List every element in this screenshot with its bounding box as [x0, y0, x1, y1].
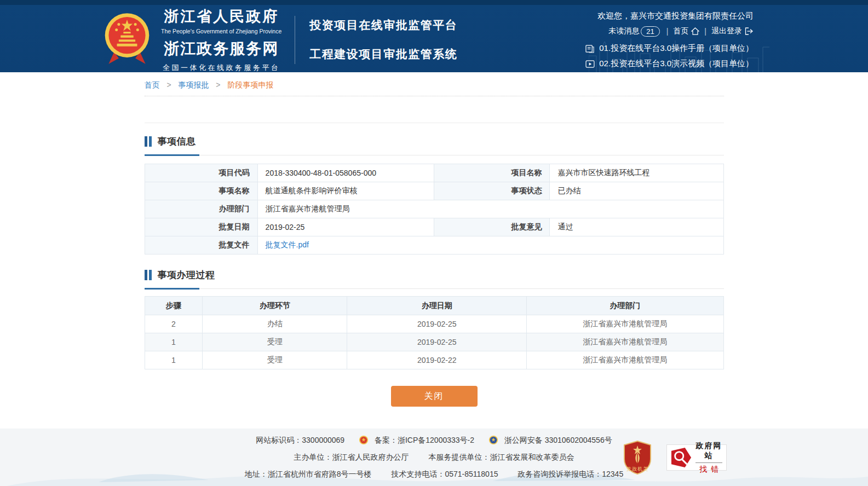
approval-file-label: 批复文件 [145, 236, 257, 254]
breadcrumb-item-approval[interactable]: 事项报批 [178, 80, 209, 89]
department-cell: 浙江省嘉兴市港航管理局 [527, 315, 723, 333]
error-magnifier-icon [671, 447, 692, 468]
main-content: 事项信息 项目代码 2018-330400-48-01-058065-000 项… [145, 123, 724, 407]
gov-subtitle-en: The People's Government of Zhejiang Prov… [161, 28, 281, 34]
section-title-info: 事项信息 [158, 135, 196, 148]
step-cell: 1 [145, 351, 203, 369]
manual-doc-icon [585, 44, 595, 53]
platform-title-line1: 投资项目在线审批监管平台 [309, 18, 457, 33]
footer-line-suggestion: 建议使用1366*768分辨率/Chrome浏览器/IE9.0或以上浏览器访问达… [0, 483, 868, 486]
breadcrumb-current: 阶段事项申报 [227, 80, 273, 89]
video-link-row[interactable]: 02.投资在线平台3.0演示视频（项目单位） [585, 59, 754, 69]
col-header-step: 步骤 [145, 297, 203, 315]
national-emblem-logo [104, 11, 150, 68]
col-header-date: 办理日期 [347, 297, 527, 315]
close-button[interactable]: 关闭 [391, 386, 478, 407]
gov-site-label: 政府网站 [695, 441, 722, 463]
footer-line-registration: 网站标识码：3300000069 备案：浙ICP备12000333号-2 浙公网… [0, 432, 868, 449]
section-bars-icon [145, 270, 152, 280]
step-cell: 1 [145, 333, 203, 351]
brand-block: 浙江省人民政府 The People's Government of Zheji… [104, 7, 457, 73]
footer-text-block: 网站标识码：3300000069 备案：浙ICP备12000333号-2 浙公网… [0, 429, 868, 486]
site-id-text: 网站标识码：3300000069 [256, 436, 344, 444]
process-header-row: 步骤 办理环节 办理日期 办理部门 [145, 297, 723, 315]
breadcrumb-separator: > [216, 80, 220, 89]
tech-phone-text: 技术支持电话：0571-85118015 [391, 470, 498, 478]
item-name-value: 航道通航条件影响评价审核 [257, 182, 434, 200]
project-code-value: 2018-330400-48-01-058065-000 [257, 164, 434, 182]
provider-text: 本服务提供单位：浙江省发展和改革委员会 [428, 453, 574, 461]
table-row: 办理部门 浙江省嘉兴市港航管理局 [145, 200, 723, 218]
home-link[interactable]: 首页 [673, 26, 688, 36]
gov-title: 浙江省人民政府 [161, 7, 281, 26]
video-link-label: 02.投资在线平台3.0演示视频（项目单位） [599, 59, 754, 69]
address-text: 地址：浙江省杭州市省府路8号一号楼 [245, 470, 372, 478]
manual-link-row[interactable]: 01.投资在线平台3.0操作手册（项目单位） [585, 43, 754, 54]
col-header-department: 办理部门 [527, 297, 723, 315]
process-table: 步骤 办理环节 办理日期 办理部门 2 办结 2019-02-25 浙江省嘉兴市… [145, 296, 724, 369]
approval-opinion-value: 通过 [550, 218, 723, 236]
table-row: 1 受理 2019-02-25 浙江省嘉兴市港航管理局 [145, 333, 723, 351]
footer-line-contact: 地址：浙江省杭州市省府路8号一号楼 技术支持电话：0571-85118015 政… [0, 466, 868, 483]
stage-cell: 受理 [203, 351, 347, 369]
table-row: 批复日期 2019-02-25 批复意见 通过 [145, 218, 723, 236]
site-error-report-badge[interactable]: 政府网站 找错 [666, 444, 727, 471]
department-label: 办理部门 [145, 200, 257, 218]
approval-file-link[interactable]: 批复文件.pdf [266, 240, 309, 249]
party-gov-shield-badge[interactable]: 党政机关 [623, 441, 652, 475]
item-status-value: 已办结 [550, 182, 723, 200]
stage-cell: 办结 [203, 315, 347, 333]
project-code-label: 项目代码 [145, 164, 257, 182]
col-header-stage: 办理环节 [203, 297, 347, 315]
party-badge-label: 党政机关 [626, 466, 648, 472]
department-value: 浙江省嘉兴市港航管理局 [257, 200, 723, 218]
section-head-info: 事项信息 [145, 135, 724, 155]
logout-icon[interactable] [745, 27, 754, 35]
stage-cell: 受理 [203, 333, 347, 351]
logout-link[interactable]: 退出登录 [711, 26, 742, 36]
unread-messages-link[interactable]: 未读消息 [608, 26, 639, 36]
gov-text-block: 浙江省人民政府 The People's Government of Zheji… [161, 7, 281, 73]
breadcrumb-separator: > [166, 80, 171, 89]
table-row: 项目代码 2018-330400-48-01-058065-000 项目名称 嘉… [145, 164, 723, 182]
breadcrumb: 首页 > 事项报批 > 阶段事项申报 [145, 72, 724, 96]
section-bars-icon [145, 136, 152, 147]
platform-title-line2: 工程建设项目审批监管系统 [309, 47, 457, 62]
project-name-value: 嘉兴市市区快速路环线工程 [550, 164, 723, 182]
link-separator: | [666, 27, 669, 36]
icp-text: 备案：浙ICP备12000333号-2 [375, 436, 474, 444]
item-info-table: 项目代码 2018-330400-48-01-058065-000 项目名称 嘉… [145, 164, 724, 254]
link-separator: | [704, 27, 706, 36]
video-play-icon [585, 60, 595, 68]
police-badge-icon [488, 435, 498, 445]
table-row: 批复文件 批复文件.pdf [145, 236, 723, 254]
table-row: 1 受理 2019-02-22 浙江省嘉兴市港航管理局 [145, 351, 723, 369]
organizer-text: 主办单位：浙江省人民政府办公厅 [294, 453, 409, 461]
section-title-process: 事项办理过程 [158, 269, 215, 281]
home-icon[interactable] [691, 27, 699, 35]
police-text: 浙公网安备 33010602004556号 [504, 436, 612, 444]
unread-count-badge[interactable]: 21 [641, 26, 659, 37]
approval-opinion-label: 批复意见 [434, 218, 549, 236]
portal-subtitle: 全国一体化在线政务服务平台 [161, 63, 281, 73]
section-head-process: 事项办理过程 [145, 269, 724, 289]
department-cell: 浙江省嘉兴市港航管理局 [527, 351, 723, 369]
find-error-label: 找错 [695, 465, 722, 475]
item-status-label: 事项状态 [434, 182, 549, 200]
manual-link-label: 01.投资在线平台3.0操作手册（项目单位） [599, 43, 754, 54]
date-cell: 2019-02-22 [347, 351, 527, 369]
breadcrumb-home[interactable]: 首页 [145, 80, 160, 89]
footer-line-organizer: 主办单位：浙江省人民政府办公厅 本服务提供单位：浙江省发展和改革委员会 [0, 449, 868, 466]
table-row: 事项名称 航道通航条件影响评价审核 事项状态 已办结 [145, 182, 723, 200]
approval-file-cell: 批复文件.pdf [257, 236, 723, 254]
welcome-text: 欢迎您，嘉兴市交通投资集团有限责任公司 [585, 9, 754, 23]
step-cell: 2 [145, 315, 203, 333]
date-cell: 2019-02-25 [347, 333, 527, 351]
portal-title: 浙江政务服务网 [161, 38, 281, 59]
header-user-area: 欢迎您，嘉兴市交通投资集团有限责任公司 未读消息 21 | 首页 | 退出登录 [585, 9, 754, 69]
approval-date-value: 2019-02-25 [257, 218, 434, 236]
error-badge-text: 政府网站 找错 [695, 441, 722, 475]
department-cell: 浙江省嘉兴市港航管理局 [527, 333, 723, 351]
content-top-rule [145, 123, 724, 123]
footer-badges: 党政机关 政府网站 找错 [623, 441, 727, 475]
